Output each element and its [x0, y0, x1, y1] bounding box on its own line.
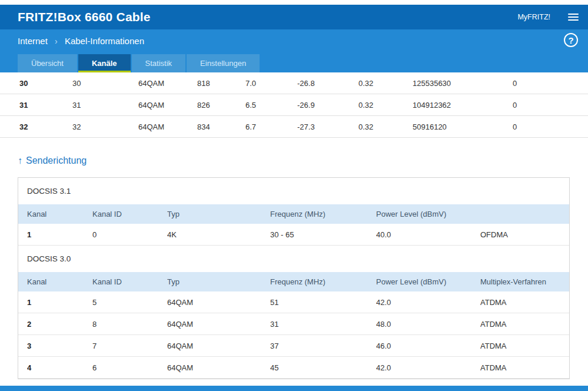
table-cell: 37 [270, 342, 376, 350]
table-cell: 0 [513, 122, 588, 131]
table-cell: 40.0 [376, 230, 480, 239]
docsis30-rows: 1564QAM5142.0ATDMA2864QAM3148.0ATDMA3764… [18, 291, 569, 379]
table-cell: 30 [72, 79, 138, 88]
table-row: 3764QAM3746.0ATDMA [18, 335, 569, 357]
tab-einstellungen[interactable]: Einstellungen [187, 54, 260, 72]
table-cell: 48.0 [376, 320, 480, 329]
table-row: 104K30 - 6540.0OFDMA [18, 224, 569, 246]
table-cell: 826 [197, 101, 245, 110]
table-cell: 818 [197, 79, 245, 88]
fritzbox-page: FRITZ!Box 6660 Cable MyFRITZ! Internet ›… [0, 0, 588, 391]
help-icon[interactable]: ? [564, 33, 578, 47]
table-cell: 42.0 [376, 298, 480, 307]
footer-bar [0, 386, 588, 391]
table-cell: 8 [92, 320, 167, 329]
column-header: Typ [167, 277, 270, 286]
downstream-channels-table: 303064QAM8187.0-26.80.321255356300313164… [0, 72, 588, 138]
table-cell: 2 [27, 320, 92, 329]
column-header: Power Level (dBmV) [376, 210, 480, 218]
table-row: 313164QAM8266.5-26.90.321049123620 [0, 94, 588, 116]
table-cell: 0.32 [358, 101, 413, 110]
up-arrow-icon: ↑ [18, 155, 22, 165]
table-cell: 834 [197, 122, 245, 131]
table-cell: -26.8 [297, 79, 358, 88]
table-cell: 125535630 [413, 79, 513, 88]
tab-uebersicht[interactable]: Übersicht [18, 54, 77, 72]
table-cell: 0 [513, 79, 588, 88]
table-cell: -27.3 [297, 122, 358, 131]
table-cell: 4K [167, 230, 270, 239]
breadcrumb-page-title: Kabel-Informationen [65, 36, 144, 46]
app-header: FRITZ!Box 6660 Cable MyFRITZ! [0, 5, 588, 29]
table-cell: 64QAM [167, 298, 270, 307]
header-right: MyFRITZ! [517, 13, 579, 21]
tab-bar: Übersicht Kanäle Statistik Einstellungen [18, 54, 260, 72]
table-cell: ATDMA [480, 298, 569, 307]
table-cell: 64QAM [167, 363, 270, 372]
table-row: 303064QAM8187.0-26.80.321255356300 [0, 72, 588, 94]
table-row: 1564QAM5142.0ATDMA [18, 291, 569, 313]
table-cell: 64QAM [138, 101, 197, 110]
table-cell: 32 [72, 122, 138, 131]
docsis31-header-row: KanalKanal IDTypFrequenz (MHz)Power Leve… [18, 204, 569, 224]
table-row: 2864QAM3148.0ATDMA [18, 313, 569, 335]
tab-statistik[interactable]: Statistik [132, 54, 186, 72]
table-cell: 6 [92, 363, 167, 372]
table-cell: OFDMA [480, 230, 569, 239]
table-cell: 1 [27, 298, 92, 307]
table-cell: 30 [19, 79, 72, 88]
table-cell: 31 [19, 101, 72, 110]
upstream-heading: ↑Senderichtung [18, 155, 588, 166]
table-cell: 31 [270, 320, 376, 329]
table-cell: 32 [19, 122, 72, 131]
column-header: Kanal [27, 277, 92, 286]
column-header: Frequenz (MHz) [270, 277, 376, 286]
table-cell: 7 [92, 342, 167, 350]
table-cell: 46.0 [376, 342, 480, 350]
column-header: Kanal ID [92, 277, 167, 286]
column-header: Kanal [27, 210, 92, 218]
table-cell: 64QAM [138, 79, 197, 88]
table-cell: ATDMA [480, 363, 569, 372]
table-cell: 0.32 [358, 122, 413, 131]
table-cell: 5 [92, 298, 167, 307]
column-header: Kanal ID [92, 210, 167, 218]
table-cell: 31 [72, 101, 138, 110]
column-header: Multiplex-Verfahren [480, 277, 569, 286]
table-cell: 45 [270, 363, 376, 372]
table-row: 4664QAM4542.0ATDMA [18, 357, 569, 379]
breadcrumb-tab-band: Internet › Kabel-Informationen ? Übersic… [0, 29, 588, 72]
docsis31-rows: 104K30 - 6540.0OFDMA [18, 224, 569, 246]
table-cell: 4 [27, 363, 92, 372]
breadcrumb-internet[interactable]: Internet [18, 36, 48, 46]
upstream-box: DOCSIS 3.1 KanalKanal IDTypFrequenz (MHz… [18, 177, 570, 379]
docsis31-label: DOCSIS 3.1 [18, 178, 569, 204]
column-header: Frequenz (MHz) [270, 210, 376, 218]
table-cell: 30 - 65 [270, 230, 376, 239]
table-cell: 104912362 [413, 101, 513, 110]
app-title: FRITZ!Box 6660 Cable [18, 10, 151, 24]
breadcrumb: Internet › Kabel-Informationen [18, 36, 144, 46]
table-cell: 0 [92, 230, 167, 239]
table-cell: 6.5 [245, 101, 297, 110]
hamburger-menu-icon[interactable] [568, 14, 579, 21]
myfritz-link[interactable]: MyFRITZ! [517, 13, 550, 21]
docsis30-header-row: KanalKanal IDTypFrequenz (MHz)Power Leve… [18, 272, 569, 291]
table-cell: ATDMA [480, 342, 569, 350]
main-content: 303064QAM8187.0-26.80.321255356300313164… [0, 72, 588, 379]
table-row: 323264QAM8346.7-27.30.32509161200 [0, 116, 588, 138]
column-header: Typ [167, 210, 270, 218]
table-cell: 51 [270, 298, 376, 307]
table-cell: 3 [27, 342, 92, 350]
table-cell: 1 [27, 230, 92, 239]
table-cell: 6.7 [245, 122, 297, 131]
column-header: Power Level (dBmV) [376, 277, 480, 286]
upstream-heading-label: Senderichtung [26, 155, 87, 165]
table-cell: 0 [513, 101, 588, 110]
table-cell: 42.0 [376, 363, 480, 372]
table-cell: 64QAM [138, 122, 197, 131]
table-cell: 64QAM [167, 342, 270, 350]
tab-kanaele[interactable]: Kanäle [78, 54, 131, 72]
table-cell: 0.32 [358, 79, 413, 88]
docsis30-label: DOCSIS 3.0 [18, 246, 569, 272]
